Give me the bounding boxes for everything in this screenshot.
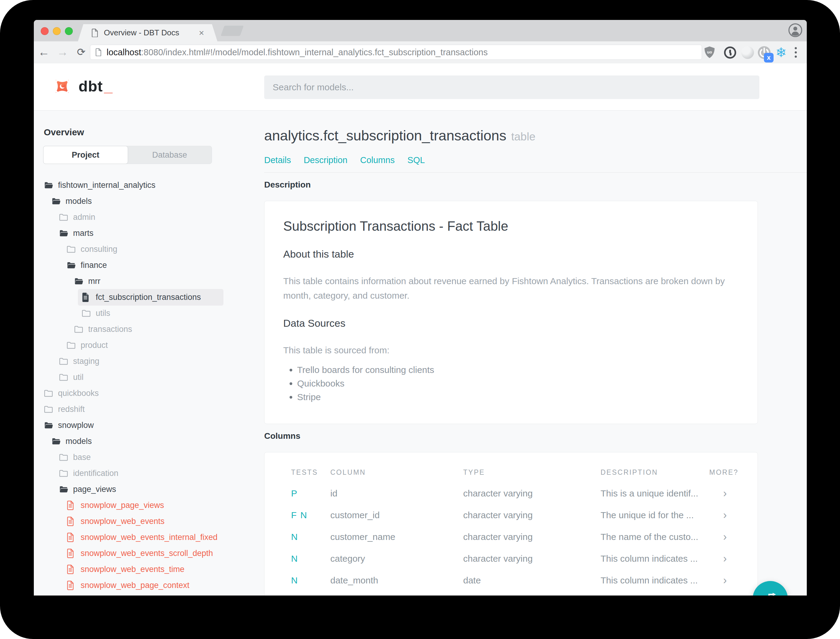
- folder-open-icon: [51, 437, 61, 446]
- file-red-icon: [67, 581, 76, 590]
- expand-row-chevron-icon[interactable]: ›: [709, 552, 757, 565]
- expand-row-chevron-icon[interactable]: ›: [709, 509, 757, 521]
- zoom-window-button[interactable]: [65, 27, 73, 35]
- expand-row-chevron-icon[interactable]: ›: [709, 487, 757, 500]
- tree-item[interactable]: consulting: [34, 241, 263, 257]
- tree-item[interactable]: models: [34, 193, 263, 209]
- tree-item[interactable]: snowplow_web_events: [34, 513, 263, 529]
- tree-item[interactable]: staging: [34, 353, 263, 369]
- table-row[interactable]: N category character varying This column…: [291, 548, 757, 569]
- minimize-window-button[interactable]: [53, 27, 61, 35]
- data-sources-intro: This table is sourced from:: [283, 343, 733, 358]
- page-icon: [95, 48, 102, 56]
- doc-nav-link[interactable]: Description: [304, 155, 348, 165]
- table-row[interactable]: P id character varying This is a unique …: [291, 483, 757, 504]
- tree-item[interactable]: util: [34, 369, 263, 385]
- new-tab-button[interactable]: [221, 25, 244, 36]
- sidebar-view-switch: ProjectDatabase: [43, 146, 212, 164]
- lineage-graph-icon: [762, 590, 779, 596]
- reload-button[interactable]: ⟳: [75, 41, 87, 64]
- type-cell: character varying: [463, 553, 600, 564]
- tree-item[interactable]: snowplow_page_views: [34, 498, 263, 513]
- table-row[interactable]: N date_month date This column indicates …: [291, 569, 757, 591]
- tree-item-label: models: [65, 437, 92, 446]
- folder-closed-icon: [59, 453, 68, 463]
- tree-item[interactable]: transactions: [34, 321, 263, 337]
- columns-table-header: TESTSCOLUMNTYPEDESCRIPTIONMORE?: [291, 468, 757, 477]
- browser-tab[interactable]: Overview - DBT Docs ×: [78, 24, 218, 41]
- browser-window: Overview - DBT Docs × ← → ⟳ localhost:80…: [34, 20, 807, 596]
- dbt-logo-cursor: _: [104, 78, 113, 95]
- sidebar-view-tab[interactable]: Database: [128, 146, 212, 164]
- column-name-cell: customer_name: [330, 532, 463, 542]
- browser-menu-icon[interactable]: [791, 41, 801, 64]
- forward-button[interactable]: →: [56, 41, 68, 64]
- table-row[interactable]: F N customer_id character varying The un…: [291, 504, 757, 526]
- sidebar-view-tab[interactable]: Project: [43, 146, 128, 164]
- columns-table-body: P id character varying This is a unique …: [291, 483, 757, 591]
- expand-row-chevron-icon[interactable]: ›: [709, 574, 757, 587]
- snowflake-extension-icon[interactable]: ❄: [774, 41, 788, 64]
- folder-closed-icon: [44, 405, 53, 414]
- tree-item-label: product: [81, 341, 108, 350]
- doc-nav-link[interactable]: SQL: [407, 155, 425, 165]
- swirl-extension-icon[interactable]: [741, 41, 754, 64]
- close-window-button[interactable]: [41, 27, 49, 35]
- tree-item-label: fishtown_internal_analytics: [58, 181, 156, 190]
- address-bar[interactable]: localhost:8080/index.html#!/model/model.…: [90, 45, 702, 60]
- tree-item[interactable]: models: [34, 433, 263, 449]
- data-source-item: Stripe: [297, 392, 739, 401]
- tree-item[interactable]: quickbooks: [34, 385, 263, 401]
- tree-item[interactable]: admin: [34, 209, 263, 225]
- svg-text:uo: uo: [707, 50, 712, 54]
- description-cell: This is a unique identif...: [600, 488, 709, 499]
- column-name-cell: id: [330, 488, 463, 499]
- tree-item-label: util: [73, 373, 84, 382]
- file-tree: fishtown_internal_analytics models admin…: [34, 177, 263, 593]
- tree-item[interactable]: snowplow_web_events_time: [34, 561, 263, 577]
- tree-item[interactable]: snowplow: [34, 417, 263, 433]
- ublock-extension-icon[interactable]: uo: [703, 41, 716, 64]
- power-extension-badge: x: [764, 53, 773, 62]
- tree-item[interactable]: redshift: [34, 401, 263, 417]
- type-cell: character varying: [463, 488, 600, 499]
- tree-item[interactable]: marts: [34, 225, 263, 241]
- data-source-item: Quickbooks: [297, 378, 739, 388]
- tree-item[interactable]: fct_subscription_transactions: [34, 289, 263, 305]
- tree-item[interactable]: snowplow_web_events_scroll_depth: [34, 545, 263, 561]
- tests-cell: N: [291, 532, 330, 542]
- tree-item[interactable]: page_views: [34, 482, 263, 498]
- tree-item-label: base: [73, 453, 91, 462]
- tree-item[interactable]: identification: [34, 465, 263, 482]
- table-row[interactable]: N customer_name character varying The na…: [291, 526, 757, 548]
- tree-item[interactable]: finance: [34, 257, 263, 273]
- browser-tabstrip: Overview - DBT Docs ×: [34, 20, 807, 41]
- tree-item[interactable]: mrr: [34, 273, 263, 289]
- tree-item-label: quickbooks: [58, 389, 99, 398]
- search-input[interactable]: [264, 75, 759, 99]
- tab-close-icon[interactable]: ×: [198, 29, 204, 37]
- browser-profile-avatar[interactable]: [788, 23, 802, 37]
- type-cell: character varying: [463, 532, 600, 542]
- folder-closed-icon: [67, 341, 76, 350]
- description-cell: The unique id for the ...: [600, 510, 709, 520]
- tree-item[interactable]: utils: [34, 305, 263, 321]
- tree-item-label: staging: [73, 357, 99, 366]
- expand-row-chevron-icon[interactable]: ›: [709, 531, 757, 543]
- tree-item[interactable]: product: [34, 337, 263, 353]
- dbt-logo[interactable]: dbt_: [52, 76, 113, 97]
- doc-nav-link[interactable]: Details: [264, 155, 291, 165]
- doc-nav-link[interactable]: Columns: [360, 155, 395, 165]
- file-red-icon: [67, 501, 76, 510]
- tree-item[interactable]: fishtown_internal_analytics: [34, 177, 263, 193]
- tree-item[interactable]: snowplow_web_page_context: [34, 577, 263, 593]
- tree-item[interactable]: base: [34, 449, 263, 465]
- folder-closed-icon: [59, 469, 68, 478]
- power-extension-icon[interactable]: x: [757, 41, 772, 64]
- window-controls: [41, 27, 73, 35]
- tree-item[interactable]: snowplow_web_events_internal_fixed: [34, 529, 263, 545]
- file-red-icon: [67, 565, 76, 574]
- back-button[interactable]: ←: [38, 41, 50, 64]
- page-favicon-icon: [91, 29, 98, 37]
- password-manager-extension-icon[interactable]: [723, 41, 737, 64]
